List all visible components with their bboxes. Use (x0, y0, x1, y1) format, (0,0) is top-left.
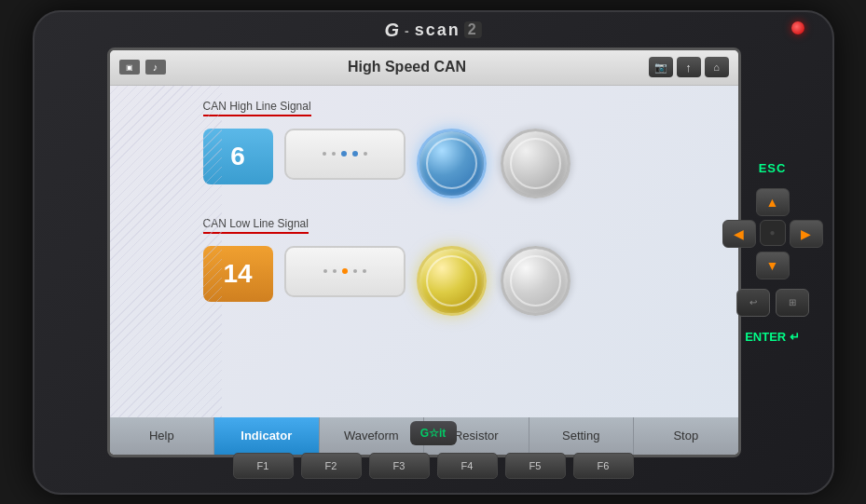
enter-button[interactable]: ENTER ↵ (745, 330, 800, 344)
low-gauge-dot-1 (323, 269, 327, 273)
brand-logo: G - scan 2 (384, 20, 481, 41)
nav-left-button[interactable]: ◀ (722, 220, 756, 248)
screen-title: High Speed CAN (166, 59, 649, 75)
nav-up-button[interactable]: ▲ (756, 188, 790, 216)
camera-btn[interactable]: 📷 (649, 57, 673, 77)
high-signal-section: CAN High Line Signal 6 (203, 100, 720, 198)
power-indicator (791, 21, 804, 34)
gauge-dot-2 (332, 152, 336, 156)
screen: ▣ ♪ High Speed CAN 📷 ↑ ⌂ CAN High Line S… (107, 48, 741, 457)
nav-down-button[interactable]: ▼ (756, 252, 790, 279)
gauge-dot-1 (323, 152, 326, 156)
upload-btn[interactable]: ↑ (677, 57, 701, 77)
high-signal-label: CAN High Line Signal (203, 100, 720, 116)
gauge-dot-4 (352, 151, 358, 157)
low-gauge-dot-5 (363, 269, 366, 273)
header-left-icons: ▣ ♪ (119, 60, 166, 75)
side-icon-btn-2[interactable]: ⊞ (776, 289, 809, 317)
low-gauge-dot-3 (342, 268, 348, 274)
side-nav-buttons: ESC ▲ ◀ ● ▶ ▼ ↩ ⊞ ENTER ↵ (722, 161, 823, 344)
high-signal-circles (417, 129, 570, 198)
fn1-key[interactable]: F1 (233, 453, 294, 479)
low-gauge-dot-4 (353, 269, 357, 273)
fn6-key[interactable]: F6 (573, 453, 634, 479)
nav-group: ▲ ◀ ● ▶ ▼ (722, 188, 823, 279)
low-circle-yellow (417, 246, 487, 316)
low-gauge-dot-2 (333, 269, 337, 273)
header-right-icons: 📷 ↑ ⌂ (649, 57, 729, 77)
low-signal-label: CAN Low Line Signal (203, 217, 720, 234)
device-body: G - scan 2 ▣ ♪ High Speed CAN 📷 ↑ ⌂ (33, 10, 834, 495)
high-signal-value: 6 (203, 129, 273, 184)
fn2-key[interactable]: F2 (301, 453, 362, 479)
screen-content: CAN High Line Signal 6 (110, 86, 738, 417)
fn-keys-row: F1 F2 F3 F4 F5 F6 (233, 453, 634, 479)
side-icon-btn-1[interactable]: ↩ (736, 289, 770, 317)
nav-right-button[interactable]: ▶ (790, 220, 823, 248)
bottom-logo: G☆it (410, 421, 457, 445)
fn5-key[interactable]: F5 (505, 453, 566, 479)
gauge-dot-5 (364, 152, 367, 156)
gauge-dot-3 (341, 151, 347, 157)
low-signal-gauge (284, 246, 406, 297)
low-circle-gray (501, 246, 570, 316)
home-btn[interactable]: ⌂ (705, 57, 729, 77)
low-signal-value: 14 (203, 246, 273, 302)
fn4-key[interactable]: F4 (437, 453, 498, 479)
low-signal-section: CAN Low Line Signal 14 (203, 217, 720, 316)
esc-button[interactable]: ESC (759, 161, 787, 175)
tab-stop[interactable]: Stop (634, 417, 738, 455)
high-signal-row: 6 (203, 129, 720, 198)
low-signal-circles (417, 246, 570, 316)
nav-center-button: ● (760, 220, 786, 246)
high-circle-gray (501, 129, 570, 198)
high-circle-blue (417, 129, 487, 198)
screen-header: ▣ ♪ High Speed CAN 📷 ↑ ⌂ (110, 50, 738, 86)
fn3-key[interactable]: F3 (369, 453, 430, 479)
side-function-buttons: ↩ ⊞ (736, 289, 809, 317)
screen-icon: ▣ (119, 60, 140, 75)
low-signal-row: 14 (203, 246, 720, 316)
tab-help[interactable]: Help (110, 417, 215, 455)
high-signal-gauge (284, 129, 406, 180)
device-bottom: G☆it F1 F2 F3 F4 F5 F6 (233, 421, 634, 479)
speaker-icon: ♪ (145, 60, 166, 75)
